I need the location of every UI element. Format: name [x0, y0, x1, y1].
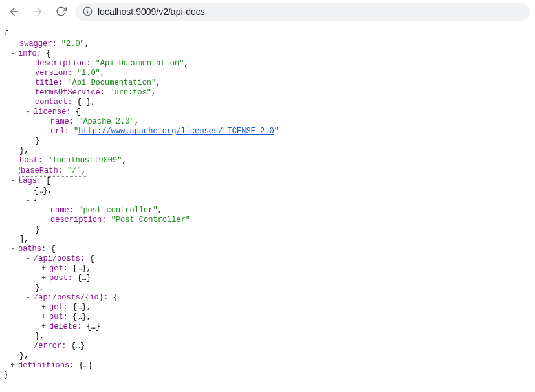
toggle-tag-0[interactable]: +	[26, 186, 34, 196]
toggle-posts-get[interactable]: +	[41, 264, 49, 274]
error-key: /error:	[34, 342, 66, 351]
contact-value: { }	[77, 98, 91, 107]
license-name-key: name:	[50, 117, 74, 126]
contact-key: contact:	[35, 98, 72, 107]
open-brace[interactable]: {	[4, 30, 8, 39]
title-key: title:	[35, 78, 63, 87]
path-posts-key: /api/posts:	[34, 254, 85, 263]
toggle-posts-post[interactable]: +	[41, 274, 49, 283]
path-posts-id-key: /api/posts/{id}:	[34, 293, 108, 302]
basepath-value: "/"	[67, 166, 82, 175]
arrow-right-icon	[32, 6, 43, 17]
paths-key: paths:	[18, 245, 46, 254]
toggle-postsid-get[interactable]: +	[41, 303, 49, 312]
posts-post-key: post:	[49, 274, 72, 283]
postsid-delete-key: delete:	[49, 322, 82, 331]
reload-button[interactable]	[52, 3, 70, 21]
collapsed-tag-0[interactable]: {…}	[34, 186, 48, 195]
swagger-key: swagger:	[19, 39, 57, 49]
toggle-paths[interactable]: -	[10, 245, 18, 254]
address-bar[interactable]: localhost:9009/v2/api-docs	[75, 3, 530, 21]
description-key: description:	[35, 59, 91, 68]
postsid-put-collapsed[interactable]: {…}	[72, 312, 87, 321]
posts-get-key: get:	[49, 264, 68, 273]
definitions-collapsed[interactable]: {…}	[79, 361, 93, 370]
back-button[interactable]	[5, 3, 23, 21]
forward-button[interactable]	[28, 3, 47, 21]
tag-desc-key: description:	[50, 215, 106, 224]
toggle-posts-id[interactable]: -	[26, 293, 34, 303]
swagger-value: "2.0"	[61, 39, 85, 49]
toggle-tags[interactable]: -	[10, 177, 18, 186]
postsid-put-key: put:	[49, 312, 68, 321]
license-url-link[interactable]: http://www.apache.org/licenses/LICENSE-2…	[78, 127, 274, 136]
close-brace-root: }	[4, 371, 8, 380]
posts-post-collapsed[interactable]: {…}	[77, 274, 91, 283]
basepath-key: basePath:	[21, 166, 63, 175]
toggle-license[interactable]: -	[26, 107, 34, 117]
info-key: info:	[18, 49, 41, 58]
toggle-info[interactable]: -	[10, 49, 18, 59]
title-value: "Api Documentation"	[67, 78, 156, 87]
version-value: "1.0"	[77, 69, 100, 78]
toggle-tag-1[interactable]: -	[26, 196, 34, 206]
license-key: license:	[34, 107, 71, 116]
json-viewer: { swagger: "2.0", -info: { description: …	[0, 23, 535, 392]
url-text: localhost:9009/v2/api-docs	[98, 6, 522, 17]
toggle-definitions[interactable]: +	[10, 361, 18, 371]
tag-desc-value: "Post Controller"	[111, 215, 190, 224]
posts-get-collapsed[interactable]: {…}	[72, 264, 87, 273]
definitions-key: definitions:	[18, 361, 74, 370]
toggle-posts[interactable]: -	[26, 254, 34, 264]
browser-toolbar: localhost:9009/v2/api-docs	[0, 0, 535, 23]
license-name-value: "Apache 2.0"	[78, 117, 134, 126]
reload-icon	[56, 6, 67, 17]
toggle-error[interactable]: +	[26, 342, 34, 351]
toggle-postsid-delete[interactable]: +	[41, 322, 49, 332]
basepath-highlight: basePath: "/",	[19, 166, 87, 177]
description-value: "Api Documentation"	[96, 59, 184, 68]
postsid-get-collapsed[interactable]: {…}	[72, 303, 87, 312]
close-brace: }	[35, 136, 39, 146]
tag-name-key: name:	[50, 206, 74, 215]
host-value: "localhost:9009"	[47, 156, 122, 165]
toggle-postsid-put[interactable]: +	[41, 312, 49, 322]
postsid-get-key: get:	[49, 303, 68, 312]
tos-key: termsOfService:	[35, 88, 105, 97]
error-collapsed[interactable]: {…}	[71, 342, 85, 351]
info-icon	[83, 6, 93, 16]
tags-key: tags:	[18, 177, 41, 186]
tos-value: "urn:tos"	[109, 88, 151, 97]
version-key: version:	[35, 69, 72, 78]
host-key: host:	[19, 156, 43, 165]
arrow-left-icon	[8, 6, 20, 17]
license-url-key: url:	[50, 127, 69, 136]
tag-name-value: "post-controller"	[78, 206, 157, 215]
postsid-delete-collapsed[interactable]: {…}	[87, 322, 101, 331]
